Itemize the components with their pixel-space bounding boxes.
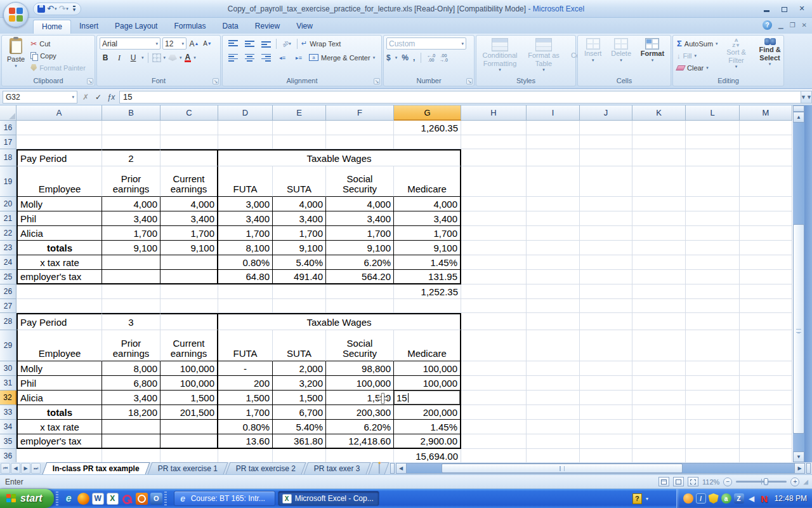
cell-K28[interactable]: [632, 313, 686, 330]
cell-D35[interactable]: 13.60: [218, 434, 273, 449]
cell-C16[interactable]: [160, 121, 218, 135]
cell-B32[interactable]: 3,400: [102, 391, 160, 405]
cell-D19[interactable]: FUTA: [218, 166, 273, 197]
vertical-scroll-track[interactable]: [793, 123, 804, 451]
cell-H36[interactable]: [461, 449, 527, 462]
cell-H25[interactable]: [461, 270, 527, 284]
cell-B25[interactable]: [102, 270, 160, 284]
previous-sheet-button[interactable]: ◀: [11, 463, 20, 474]
increase-decimal-button[interactable]: ←.0.00: [427, 53, 435, 62]
cell-K26[interactable]: [632, 284, 686, 299]
cell-F23[interactable]: 9,100: [326, 241, 394, 255]
cell-A31[interactable]: Phil: [16, 376, 102, 391]
row-header-19[interactable]: 19: [0, 166, 16, 197]
cell-J19[interactable]: [580, 166, 632, 197]
cell-B24[interactable]: [102, 255, 160, 270]
column-header-D[interactable]: D: [218, 105, 273, 121]
row-header-29[interactable]: 29: [0, 330, 16, 361]
cell-K21[interactable]: [632, 211, 686, 226]
cell-D16[interactable]: [218, 121, 273, 135]
horizontal-scroll-track[interactable]: [407, 464, 794, 473]
next-sheet-button[interactable]: ▶: [21, 463, 30, 474]
cell-H31[interactable]: [461, 376, 527, 391]
cell-D36[interactable]: [218, 449, 273, 462]
tab-insert[interactable]: Insert: [71, 20, 107, 34]
cell-C35[interactable]: [160, 434, 218, 449]
tab-formulas[interactable]: Formulas: [166, 20, 214, 34]
cell-J24[interactable]: [580, 255, 632, 270]
cell-G20[interactable]: 4,000: [394, 197, 461, 211]
powerpoint-icon[interactable]: [136, 493, 148, 505]
cell-I31[interactable]: [527, 376, 580, 391]
cell-I29[interactable]: [527, 330, 580, 361]
cell-I28[interactable]: [527, 313, 580, 330]
workbook-minimize-button[interactable]: ▁: [778, 22, 783, 29]
sort-filter-button[interactable]: AZ▼Sort & Filter▾: [721, 37, 752, 76]
cell-A19[interactable]: Employee: [16, 166, 102, 197]
increase-indent-button[interactable]: ▸≡: [291, 52, 306, 64]
cell-A33[interactable]: totals: [16, 405, 102, 420]
row-header-35[interactable]: 35: [0, 434, 16, 449]
font-color-button[interactable]: A: [185, 54, 192, 62]
sheet-tab-pr-tax-exer-3[interactable]: PR tax exer 3: [303, 462, 370, 474]
formula-input[interactable]: 15: [119, 91, 801, 104]
expand-formula-bar-button[interactable]: ▼▼: [801, 91, 812, 104]
cell-L16[interactable]: [686, 121, 740, 135]
cell-C20[interactable]: 4,000: [160, 197, 218, 211]
cell-C18[interactable]: [160, 149, 218, 166]
cell-M18[interactable]: [740, 149, 792, 166]
cell-D23[interactable]: 8,100: [218, 241, 273, 255]
cell-H29[interactable]: [461, 330, 527, 361]
cell-K35[interactable]: [632, 434, 686, 449]
cell-K25[interactable]: [632, 270, 686, 284]
cell-D30[interactable]: -: [218, 361, 273, 376]
cell-M26[interactable]: [740, 284, 792, 299]
cut-button[interactable]: ✂Cut: [29, 37, 87, 50]
insert-cells-button[interactable]: Insert▾: [582, 37, 605, 76]
cell-H22[interactable]: [461, 226, 527, 241]
cell-J20[interactable]: [580, 197, 632, 211]
row-header-30[interactable]: 30: [0, 361, 16, 376]
cell-E16[interactable]: [273, 121, 326, 135]
cell-C17[interactable]: [160, 135, 218, 149]
enter-button[interactable]: ✓: [93, 91, 104, 103]
row-header-26[interactable]: 26: [0, 284, 16, 299]
cell-B30[interactable]: 8,000: [102, 361, 160, 376]
cell-L20[interactable]: [686, 197, 740, 211]
messenger-tray-icon[interactable]: [683, 493, 693, 504]
sheet-tab-pr-tax-exercise-2[interactable]: PR tax exercise 2: [225, 462, 306, 474]
cell-G36[interactable]: 15,694.00: [394, 449, 461, 462]
horizontal-scrollbar[interactable]: ◀ ▶: [396, 463, 805, 474]
cell-J23[interactable]: [580, 241, 632, 255]
column-header-L[interactable]: L: [686, 105, 740, 121]
row-header-27[interactable]: 27: [0, 299, 16, 313]
help-tray-icon[interactable]: ?: [632, 493, 642, 504]
cell-L23[interactable]: [686, 241, 740, 255]
paste-button[interactable]: Paste ▾: [4, 37, 27, 76]
cell-B29[interactable]: Prior earnings: [102, 330, 160, 361]
cell-D24[interactable]: 0.80%: [218, 255, 273, 270]
row-header-33[interactable]: 33: [0, 405, 16, 420]
cell-M25[interactable]: [740, 270, 792, 284]
cell-K36[interactable]: [632, 449, 686, 462]
row-header-23[interactable]: 23: [0, 241, 16, 255]
cell-K32[interactable]: [632, 391, 686, 405]
cell-C27[interactable]: [160, 299, 218, 313]
row-header-17[interactable]: 17: [0, 135, 16, 149]
cell-C19[interactable]: Current earnings: [160, 166, 218, 197]
cell-H27[interactable]: [461, 299, 527, 313]
cell-I33[interactable]: [527, 405, 580, 420]
customize-qat-button[interactable]: ▾: [73, 6, 76, 12]
office-button[interactable]: [3, 2, 29, 27]
cell-I30[interactable]: [527, 361, 580, 376]
zone-tray-icon[interactable]: Z: [734, 493, 744, 504]
cell-E20[interactable]: 4,000: [273, 197, 326, 211]
cell-J35[interactable]: [580, 434, 632, 449]
tab-data[interactable]: Data: [214, 20, 246, 34]
format-cells-button[interactable]: Format▾: [638, 37, 667, 76]
row-header-34[interactable]: 34: [0, 420, 16, 434]
cell-K34[interactable]: [632, 420, 686, 434]
cell-L27[interactable]: [686, 299, 740, 313]
cell-M17[interactable]: [740, 135, 792, 149]
cell-C25[interactable]: [160, 270, 218, 284]
